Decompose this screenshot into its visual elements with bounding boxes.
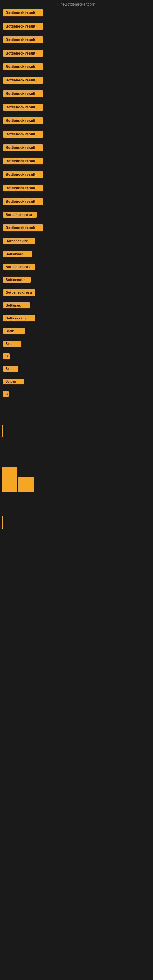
bottleneck-label-24: Bottle [3, 328, 25, 334]
site-title: TheBottlenecker.com [0, 0, 153, 8]
bottleneck-item-18: Bottleneck [2, 250, 151, 259]
bottleneck-label-16: Bottleneck result [3, 224, 43, 231]
bottleneck-label-1: Bottleneck result [3, 23, 43, 30]
bottleneck-label-28: Bottlen [3, 379, 24, 384]
spacer-2 [0, 440, 153, 458]
bottleneck-label-19: Bottleneck res [3, 264, 35, 270]
bottleneck-label-27: Bot [3, 366, 18, 372]
bar-chart-2 [18, 477, 33, 492]
bottleneck-label-22: Bottlenec [3, 302, 30, 309]
bottleneck-label-5: Bottleneck result [3, 77, 43, 84]
bottleneck-label-2: Bottleneck result [3, 37, 43, 43]
bottleneck-item-12: Bottleneck result [2, 170, 151, 180]
bottleneck-item-10: Bottleneck result [2, 144, 151, 153]
bottleneck-label-21: Bottleneck resu [3, 290, 35, 296]
bottleneck-item-7: Bottleneck result [2, 103, 151, 112]
bottleneck-item-11: Bottleneck result [2, 157, 151, 166]
bottleneck-item-1: Bottleneck result [2, 22, 151, 32]
bottom-bar-1 [2, 425, 3, 438]
bottleneck-label-23: Bottleneck re [3, 315, 35, 321]
bottleneck-item-27: Bot [2, 365, 151, 374]
bottleneck-label-4: Bottleneck result [3, 64, 43, 70]
bottleneck-item-21: Bottleneck resu [2, 289, 151, 298]
bottleneck-item-20: Bottleneck r [2, 276, 151, 285]
bottleneck-item-3: Bottleneck result [2, 49, 151, 59]
bottleneck-label-8: Bottleneck result [3, 117, 43, 124]
bottleneck-item-15: Bottleneck resu [2, 211, 151, 220]
bottleneck-item-4: Bottleneck result [2, 63, 151, 72]
bottleneck-label-10: Bottleneck result [3, 144, 43, 151]
bottom-bar-2 [2, 516, 3, 528]
bottleneck-item-17: Bottleneck re [2, 237, 151, 246]
bottleneck-label-17: Bottleneck re [3, 238, 35, 244]
bottleneck-label-6: Bottleneck result [3, 90, 43, 97]
bottleneck-label-25: Bott [3, 341, 21, 347]
spacer-1 [0, 404, 153, 423]
bottleneck-item-5: Bottleneck result [2, 76, 151, 86]
bottleneck-item-16: Bottleneck result [2, 224, 151, 233]
spacer-3 [0, 458, 153, 467]
bottleneck-item-13: Bottleneck result [2, 184, 151, 193]
bottleneck-item-8: Bottleneck result [2, 117, 151, 126]
bottleneck-label-29: B [3, 391, 9, 397]
bottleneck-item-19: Bottleneck res [2, 263, 151, 272]
bottleneck-item-29: B [2, 390, 151, 399]
bottleneck-label-3: Bottleneck result [3, 50, 43, 57]
bottleneck-item-24: Bottle [2, 328, 151, 336]
bottleneck-label-13: Bottleneck result [3, 185, 43, 191]
bottleneck-list: Bottleneck resultBottleneck resultBottle… [0, 8, 153, 404]
bar-chart-1 [2, 467, 17, 492]
bottleneck-label-9: Bottleneck result [3, 131, 43, 137]
bottleneck-item-2: Bottleneck result [2, 36, 151, 45]
bottleneck-label-12: Bottleneck result [3, 171, 43, 178]
bottleneck-item-14: Bottleneck result [2, 197, 151, 207]
site-header: TheBottlenecker.com [0, 0, 153, 8]
bottleneck-label-15: Bottleneck resu [3, 212, 37, 218]
bottleneck-item-28: Bottlen [2, 378, 151, 386]
bottleneck-label-14: Bottleneck result [3, 198, 43, 205]
bottleneck-item-26: B [2, 353, 151, 361]
bottleneck-item-25: Bott [2, 340, 151, 348]
bottleneck-item-23: Bottleneck re [2, 315, 151, 323]
bottleneck-item-22: Bottlenec [2, 302, 151, 310]
bottleneck-label-18: Bottleneck [3, 251, 32, 257]
bottleneck-label-0: Bottleneck result [3, 10, 43, 16]
bottleneck-label-20: Bottleneck r [3, 277, 30, 283]
bottleneck-label-11: Bottleneck result [3, 158, 43, 164]
bottleneck-item-0: Bottleneck result [2, 9, 151, 18]
bottleneck-label-7: Bottleneck result [3, 104, 43, 111]
bottleneck-label-26: B [3, 353, 10, 359]
bottleneck-item-9: Bottleneck result [2, 130, 151, 139]
bottleneck-item-6: Bottleneck result [2, 90, 151, 99]
